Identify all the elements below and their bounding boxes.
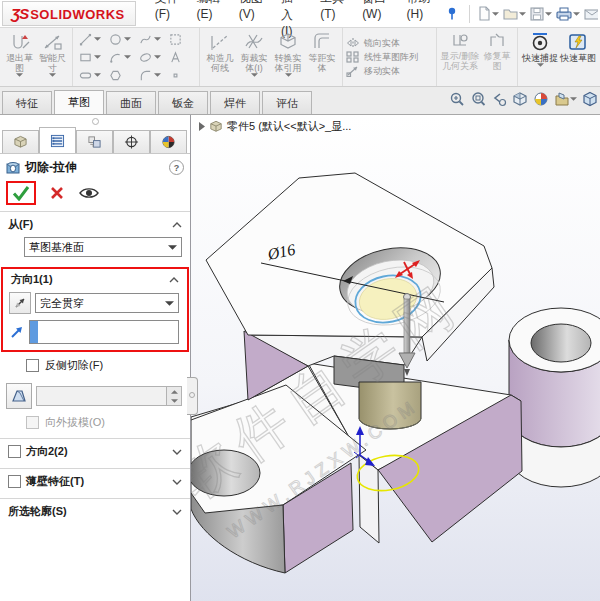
direction2-checkbox[interactable] <box>8 445 21 458</box>
chevron-down-icon <box>172 509 182 515</box>
section-direction1[interactable]: 方向1(1) <box>3 269 187 290</box>
zoom-fit-icon[interactable] <box>449 91 465 107</box>
construction-line-button[interactable]: 构造几何线 <box>203 30 237 75</box>
chevron-down-icon <box>94 55 101 59</box>
open-file-button[interactable] <box>501 5 528 22</box>
tab-features[interactable]: 特征 <box>2 91 52 114</box>
chevron-down-icon <box>124 37 131 41</box>
chevron-down-icon <box>16 73 23 77</box>
exit-sketch-button[interactable]: 退出草图 <box>3 30 36 79</box>
mirror-entities-button[interactable]: 镜向实体 <box>346 37 418 49</box>
ellipse-tool[interactable] <box>136 48 166 66</box>
linear-pattern-button[interactable]: 线性草图阵列 <box>346 51 418 63</box>
panel-grip[interactable] <box>92 118 99 125</box>
group-sketch-entities <box>73 28 200 86</box>
tab-evaluate[interactable]: 评估 <box>262 91 312 114</box>
spline-tool[interactable] <box>136 30 166 48</box>
property-manager-panel: 切除-拉伸 ? 从(F) 草图基准面 <box>0 115 191 601</box>
help-icon[interactable]: ? <box>169 160 184 175</box>
preview-eye-button[interactable] <box>78 186 100 200</box>
part-icon <box>209 120 223 133</box>
tab-weldments[interactable]: 焊件 <box>210 91 260 114</box>
flyout-feature-tree[interactable]: 零件5 (默认<<默认>_显... <box>199 119 351 134</box>
zoom-area-icon[interactable] <box>470 91 486 107</box>
view-orientation-cube-icon[interactable] <box>582 91 598 107</box>
chevron-up-icon <box>169 277 179 283</box>
trim-entities-button[interactable]: 剪裁实体(I) <box>237 30 271 79</box>
tab-surfaces[interactable]: 曲面 <box>106 91 156 114</box>
expand-arrow-icon[interactable] <box>199 122 205 131</box>
quick-snaps-button[interactable]: 快速捕捉 <box>521 30 559 69</box>
section-from[interactable]: 从(F) <box>0 212 190 235</box>
move-entities-button[interactable]: 移动实体 <box>346 65 418 77</box>
thin-feature-checkbox[interactable] <box>8 475 21 488</box>
display-delete-relations-button[interactable]: 显示/删除几何关系 <box>440 30 480 73</box>
tab-sheetmetal[interactable]: 钣金 <box>158 91 208 114</box>
save-button[interactable] <box>528 5 554 23</box>
polygon-tool[interactable] <box>106 66 136 84</box>
menu-bar: ƷS SOLIDWORKS 文件(F) 编辑(E) 视图(V) 插入(I) 工具… <box>0 0 600 28</box>
scene-button[interactable] <box>554 91 577 107</box>
smart-dimension-button[interactable]: 智能尺寸 <box>36 30 69 79</box>
clipped-toolbar-icon[interactable] <box>582 6 600 22</box>
command-manager-toolbar: 退出草图 智能尺寸 <box>0 28 600 87</box>
tab-property-manager[interactable] <box>39 127 76 153</box>
print-button[interactable] <box>554 5 582 23</box>
logo-word: SOLIDWORKS <box>30 7 125 22</box>
chevron-down-icon <box>492 12 499 16</box>
rectangle-tool[interactable] <box>76 48 106 66</box>
reverse-direction-button[interactable] <box>9 292 31 314</box>
chevron-down-icon <box>154 55 161 59</box>
offset-entities-button[interactable]: 等距实体 <box>305 30 339 75</box>
model-view[interactable]: Ø16 软件自学网 WWW.RJZXW.COM <box>191 115 600 601</box>
annotation-box-ok <box>6 181 36 205</box>
sketch-picture-tool[interactable] <box>166 30 196 48</box>
tab-configuration-manager[interactable] <box>76 130 113 153</box>
section-direction2[interactable]: 方向2(2) <box>0 439 190 462</box>
solidworks-logo[interactable]: ƷS SOLIDWORKS <box>2 1 136 26</box>
new-file-button[interactable] <box>475 4 501 23</box>
flip-side-checkbox[interactable] <box>26 359 39 372</box>
end-condition-dropdown[interactable]: 完全贯穿 <box>35 293 179 313</box>
ok-check-button[interactable] <box>12 185 30 201</box>
section-thin-feature[interactable]: 薄壁特征(T) <box>0 469 190 492</box>
panel-splitter-handle[interactable] <box>187 377 198 415</box>
rapid-sketch-button[interactable]: 快速草图 <box>559 30 597 65</box>
draft-angle-field[interactable] <box>36 386 182 406</box>
text-tool[interactable] <box>166 48 196 66</box>
document-name: 零件5 (默认<<默认>_显... <box>227 119 351 134</box>
part-icon <box>13 135 28 149</box>
tab-dimxpert-manager[interactable] <box>113 130 150 153</box>
cancel-x-button[interactable] <box>50 186 64 200</box>
arc-tool[interactable] <box>106 48 136 66</box>
tab-sketch[interactable]: 草图 <box>54 90 104 114</box>
graphics-viewport[interactable]: 零件5 (默认<<默认>_显... <box>191 115 600 601</box>
direction-reference-listbox[interactable] <box>29 320 179 344</box>
tab-feature-tree[interactable] <box>2 130 39 153</box>
convert-entities-button[interactable]: 转换实体引用 <box>271 30 305 79</box>
pin-icon[interactable] <box>446 7 458 20</box>
section-selected-contours[interactable]: 所选轮廓(S) <box>0 499 190 522</box>
section-view-icon[interactable] <box>512 91 528 107</box>
slot-tool[interactable] <box>76 66 106 84</box>
line-tool[interactable] <box>76 30 106 48</box>
logo-mark: ƷS <box>11 5 28 22</box>
draft-outward-checkbox[interactable] <box>26 416 39 429</box>
tab-display-manager[interactable] <box>150 130 187 153</box>
from-dropdown[interactable]: 草图基准面 <box>24 237 182 257</box>
action-row <box>0 179 190 212</box>
model-right-lobe[interactable] <box>509 308 600 487</box>
chevron-down-icon <box>165 301 174 306</box>
point-tool[interactable] <box>166 66 196 84</box>
draft-button[interactable] <box>6 383 32 409</box>
chevron-down-icon <box>570 97 577 101</box>
chevron-down-icon <box>519 12 526 16</box>
circle-tool[interactable] <box>106 30 136 48</box>
previous-view-icon[interactable] <box>491 91 507 107</box>
appearances-icon[interactable] <box>533 91 549 107</box>
chevron-down-icon <box>172 479 182 485</box>
fillet-tool[interactable] <box>136 66 166 84</box>
draft-angle-spinner[interactable] <box>166 387 181 405</box>
group-pattern: 镜向实体 线性草图阵列 移动实体 <box>343 28 437 86</box>
repair-sketch-button[interactable]: 修复草图 <box>480 30 514 73</box>
